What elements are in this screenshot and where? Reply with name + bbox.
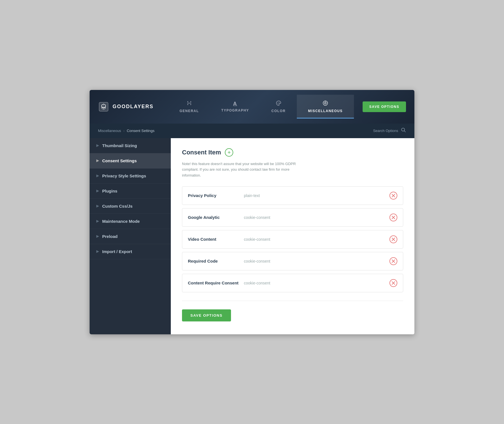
typography-icon: A (233, 101, 237, 106)
app-wrapper: GOODLAYERS GENERAL A TYPOGRAPHY (90, 90, 414, 334)
sidebar-item-import-export[interactable]: ▶ Import / Export (90, 244, 171, 259)
sidebar-item-label: Preload (102, 234, 118, 239)
tab-color[interactable]: COLOR (260, 95, 297, 119)
sidebar-item-plugins[interactable]: ▶ Plugins (90, 184, 171, 199)
logo-text: GOODLAYERS (113, 104, 153, 110)
sidebar: ▶ Thumbnail Sizing ▶ Consent Settings ▶ … (90, 138, 171, 334)
remove-required-code-button[interactable] (389, 257, 397, 265)
chevron-icon: ▶ (96, 249, 99, 253)
consent-row-privacy-policy: Privacy Policy plain-text (182, 186, 403, 205)
logo-area: GOODLAYERS (98, 101, 160, 112)
row-label-video-content: Video Content (188, 237, 244, 242)
row-value-google-analytic: cookie-consent (244, 215, 389, 220)
consent-note: Note! this feature doesn't assure that y… (182, 161, 300, 179)
logo-icon (98, 101, 109, 112)
chevron-icon: ▶ (96, 143, 99, 147)
breadcrumb-parent: Miscellaneous (98, 129, 121, 133)
color-icon (276, 100, 281, 107)
sidebar-item-privacy-style-settings[interactable]: ▶ Privacy Style Settings (90, 168, 171, 184)
row-label-required-code: Required Code (188, 259, 244, 263)
chevron-icon: ▶ (96, 204, 99, 208)
svg-point-6 (325, 101, 326, 102)
nav-tabs: GENERAL A TYPOGRAPHY COLOR (160, 95, 363, 119)
breadcrumb-current: Consent Settings (127, 129, 155, 133)
consent-row-google-analytic: Google Analytic cookie-consent (182, 208, 403, 227)
main-layout: ▶ Thumbnail Sizing ▶ Consent Settings ▶ … (90, 138, 414, 334)
sidebar-item-label: Consent Settings (102, 158, 137, 163)
sidebar-item-label: Custom Css/Js (102, 204, 132, 208)
save-options-header-button[interactable]: SAVE OPTIONS (363, 101, 406, 112)
consent-row-required-code: Required Code cookie-consent (182, 252, 403, 270)
chevron-icon: ▶ (96, 234, 99, 238)
breadcrumb: Miscellaneous › Consent Settings (98, 129, 155, 133)
sidebar-item-thumbnail-sizing[interactable]: ▶ Thumbnail Sizing (90, 138, 171, 153)
row-label-content-require-consent: Content Require Consent (188, 281, 244, 285)
chevron-icon: ▶ (96, 159, 99, 163)
svg-point-3 (279, 102, 280, 103)
add-consent-item-button[interactable]: + (225, 148, 233, 157)
svg-point-2 (278, 102, 278, 103)
row-label-google-analytic: Google Analytic (188, 215, 244, 220)
sidebar-item-label: Plugins (102, 189, 117, 193)
general-icon (186, 100, 192, 107)
sidebar-item-maintenance-mode[interactable]: ▶ Maintenance Mode (90, 214, 171, 229)
breadcrumb-separator: › (123, 129, 124, 133)
remove-google-analytic-button[interactable] (389, 214, 397, 221)
chevron-icon: ▶ (96, 219, 99, 223)
miscellaneous-icon (323, 100, 328, 107)
remove-content-require-consent-button[interactable] (389, 279, 397, 287)
row-value-video-content: cookie-consent (244, 237, 389, 242)
consent-row-video-content: Video Content cookie-consent (182, 230, 403, 249)
svg-point-1 (277, 103, 278, 104)
search-placeholder-text: Search Options (373, 129, 398, 133)
tab-typography[interactable]: A TYPOGRAPHY (210, 96, 260, 118)
tab-miscellaneous-label: MISCELLANEOUS (308, 109, 343, 113)
consent-row-content-require-consent: Content Require Consent cookie-consent (182, 274, 403, 292)
header: GOODLAYERS GENERAL A TYPOGRAPHY (90, 90, 414, 124)
sidebar-item-consent-settings[interactable]: ▶ Consent Settings (90, 153, 171, 168)
row-value-privacy-policy: plain-text (244, 193, 389, 198)
chevron-icon: ▶ (96, 189, 99, 193)
row-value-content-require-consent: cookie-consent (244, 281, 389, 285)
row-value-required-code: cookie-consent (244, 259, 389, 263)
sidebar-item-label: Thumbnail Sizing (102, 143, 137, 148)
content-area: Consent Item + Note! this feature doesn'… (171, 138, 414, 334)
sidebar-item-custom-css-js[interactable]: ▶ Custom Css/Js (90, 199, 171, 214)
tab-general[interactable]: GENERAL (168, 95, 210, 119)
consent-title: Consent Item (182, 149, 221, 156)
search-icon[interactable] (401, 128, 406, 134)
save-options-bottom-button[interactable]: SAVE OPTIONS (182, 309, 231, 321)
tab-color-label: COLOR (271, 109, 286, 113)
consent-item-header: Consent Item + (182, 148, 403, 157)
svg-point-5 (325, 102, 326, 104)
svg-point-7 (402, 128, 405, 131)
tab-miscellaneous[interactable]: MISCELLANEOUS (297, 95, 354, 119)
sidebar-item-label: Import / Export (102, 249, 132, 254)
remove-privacy-policy-button[interactable] (389, 192, 397, 200)
breadcrumb-bar: Miscellaneous › Consent Settings Search … (90, 124, 414, 138)
tab-typography-label: TYPOGRAPHY (221, 108, 249, 112)
sidebar-item-label: Maintenance Mode (102, 219, 140, 224)
sidebar-item-preload[interactable]: ▶ Preload (90, 229, 171, 244)
row-label-privacy-policy: Privacy Policy (188, 193, 244, 198)
sidebar-item-label: Privacy Style Settings (102, 173, 146, 178)
remove-video-content-button[interactable] (389, 235, 397, 243)
tab-general-label: GENERAL (179, 109, 199, 113)
search-area: Search Options (373, 128, 406, 134)
content-divider (182, 301, 403, 301)
chevron-icon: ▶ (96, 174, 99, 178)
